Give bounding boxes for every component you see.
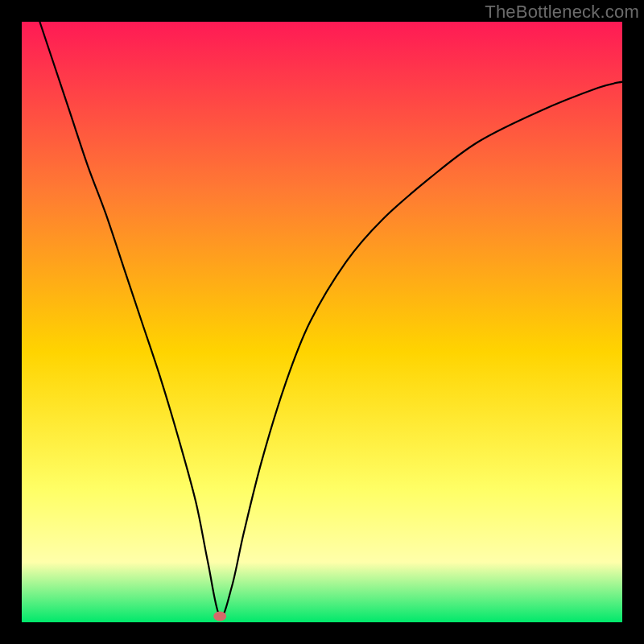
bottleneck-chart — [0, 0, 644, 644]
minimum-marker — [213, 612, 226, 621]
plot-background — [22, 22, 622, 622]
chart-container: TheBottleneck.com — [0, 0, 644, 644]
watermark-text: TheBottleneck.com — [485, 2, 639, 23]
